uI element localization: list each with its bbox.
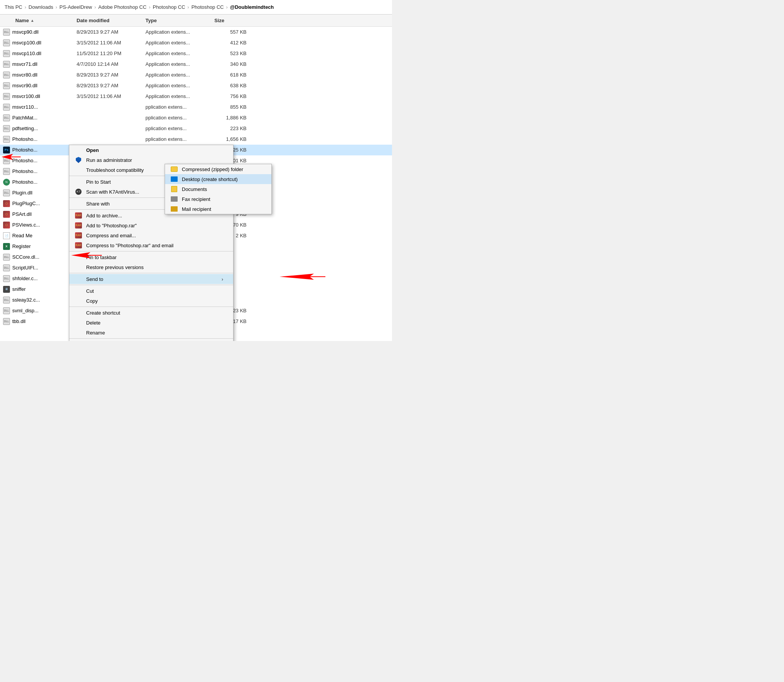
file-size-cell: 1,886 KB	[214, 115, 253, 121]
sendto-item-compressed-folder[interactable]: Compressed (zipped) folder	[165, 164, 271, 174]
file-name-cell: DLL PatchMat...	[0, 114, 77, 121]
file-size-cell: 618 KB	[214, 72, 253, 78]
ctx-item-label: Run as administrator	[86, 157, 132, 163]
file-name-label: Photosho...	[12, 136, 38, 142]
file-size-cell: 557 KB	[214, 29, 253, 35]
context-menu-item-restore-prev[interactable]: Restore previous versions	[69, 262, 233, 272]
file-name-cell: DLL ScriptUIFl...	[0, 264, 77, 271]
dll-icon: DLL	[3, 157, 10, 164]
winrar-ctx-icon: RAR	[75, 222, 82, 229]
file-type-cell: Application extens...	[145, 72, 214, 78]
file-type-cell: pplication extens...	[145, 136, 214, 142]
file-row[interactable]: DLL pdfsetting... pplication extens... 2…	[0, 123, 392, 134]
file-name-cell: DLL msvcr100.dll	[0, 93, 77, 100]
file-name-cell: DLL shfolder.c...	[0, 275, 77, 282]
col-header-date[interactable]: Date modified	[77, 18, 145, 23]
file-name-label: SCCore.dl...	[12, 254, 39, 260]
file-name-cell: DLL Plugin.dll	[0, 189, 77, 196]
file-name-cell: DLL pdfsetting...	[0, 125, 77, 132]
breadcrumb-ps-cc[interactable]: Photoshop CC	[153, 4, 185, 10]
sendto-item-mail-recipient[interactable]: Mail recipient	[165, 204, 271, 214]
col-header-name[interactable]: Name ▲	[0, 18, 77, 23]
context-menu-item-delete[interactable]: Delete	[69, 318, 233, 328]
ctx-item-label: Create shortcut	[86, 310, 120, 316]
breadcrumb-handle[interactable]: @Doublemindtech	[230, 4, 274, 10]
dll-icon: DLL	[3, 264, 10, 271]
file-name-cell: X Register	[0, 243, 77, 250]
documents-icon	[170, 185, 178, 193]
file-row[interactable]: DLL msvcp100.dll 3/15/2012 11:06 AM Appl…	[0, 38, 392, 48]
submenu-arrow-icon: ›	[222, 276, 225, 282]
col-header-type[interactable]: Type	[145, 18, 214, 23]
file-list-container: Name ▲ Date modified Type Size DLL msvcp…	[0, 15, 392, 341]
ctx-item-label: Rename	[86, 330, 105, 336]
context-menu-item-pin-taskbar[interactable]: Pin to taskbar	[69, 252, 233, 262]
file-row[interactable]: DLL PatchMat... pplication extens... 1,8…	[0, 113, 392, 123]
breadcrumb-downloads[interactable]: Downloads	[29, 4, 53, 10]
dll-icon: DLL	[3, 39, 10, 46]
file-size-cell: 756 KB	[214, 93, 253, 99]
breadcrumb-sep-3: ›	[95, 4, 96, 10]
breadcrumb-sep-2: ›	[56, 4, 57, 10]
file-name-cell: 🖥 sniffer	[0, 286, 77, 293]
breadcrumb-ps-cc2[interactable]: Photoshop CC	[191, 4, 224, 10]
file-name-label: Photosho...	[12, 168, 38, 174]
file-name-label: msvcp100.dll	[12, 40, 41, 46]
sendto-item-label: Documents	[182, 186, 207, 192]
dll-icon: DLL	[3, 136, 10, 143]
file-explorer-window: This PC › Downloads › PS-AdeelDrew › Ado…	[0, 0, 392, 341]
dll-icon: DLL	[3, 104, 10, 111]
context-menu-item-cut[interactable]: Cut	[69, 286, 233, 296]
ctx-item-label: Pin to Start	[86, 179, 111, 185]
context-menu-item-open[interactable]: Open	[69, 145, 233, 155]
context-menu-item-copy[interactable]: Copy	[69, 296, 233, 306]
file-size-cell: 523 KB	[214, 51, 253, 56]
col-header-size[interactable]: Size	[214, 18, 253, 23]
file-row[interactable]: DLL msvcr100.dll 3/15/2012 11:06 AM Appl…	[0, 91, 392, 102]
file-row[interactable]: DLL msvcr110... pplication extens... 855…	[0, 102, 392, 113]
file-name-cell: DLL SCCore.dl...	[0, 254, 77, 261]
file-name-cell: ⬡ PlugPlugC...	[0, 200, 77, 207]
file-name-cell: ⬡ PSArt.dll	[0, 211, 77, 218]
file-type-cell: pplication extens...	[145, 115, 214, 121]
winrar-icon: ⬡	[3, 222, 10, 228]
dll-icon: DLL	[3, 114, 10, 121]
file-date-cell: 4/7/2010 12:14 AM	[77, 61, 145, 67]
file-name-label: msvcp110.dll	[12, 51, 41, 56]
context-menu-item-add-rar[interactable]: RARAdd to "Photoshop.rar"	[69, 220, 233, 230]
file-row[interactable]: DLL Photosho... pplication extens... 1,6…	[0, 134, 392, 145]
context-menu-item-rename[interactable]: Rename	[69, 328, 233, 338]
sendto-item-fax-recipient[interactable]: Fax recipient	[165, 194, 271, 204]
file-name-label: msvcr80.dll	[12, 72, 38, 78]
context-menu-item-properties[interactable]: Properties	[69, 339, 233, 341]
file-type-cell: Application extens...	[145, 83, 214, 88]
sendto-item-desktop-shortcut[interactable]: Desktop (create shortcut)	[165, 174, 271, 184]
breadcrumb-adobe-ps[interactable]: Adobe Photoshop CC	[98, 4, 147, 10]
file-name-cell: DLL msvcr90.dll	[0, 82, 77, 89]
file-row[interactable]: DLL msvcr71.dll 4/7/2010 12:14 AM Applic…	[0, 59, 392, 70]
file-row[interactable]: DLL msvcr80.dll 8/29/2013 9:27 AM Applic…	[0, 70, 392, 80]
context-menu-item-compress-rar-email[interactable]: RARCompress to "Photoshop.rar" and email	[69, 240, 233, 250]
dll-icon: DLL	[3, 297, 10, 303]
file-name-label: msvcr71.dll	[12, 61, 38, 67]
file-type-cell: pplication extens...	[145, 104, 214, 110]
address-bar[interactable]: This PC › Downloads › PS-AdeelDrew › Ado…	[0, 0, 392, 15]
context-menu-item-compress-email[interactable]: RARCompress and email...	[69, 230, 233, 240]
desktop-shortcut-icon	[170, 175, 178, 183]
file-row[interactable]: DLL msvcp110.dll 11/5/2012 11:20 PM Appl…	[0, 48, 392, 59]
file-row[interactable]: DLL msvcp90.dll 8/29/2013 9:27 AM Applic…	[0, 27, 392, 38]
context-menu-item-send-to[interactable]: Send to›	[69, 274, 233, 284]
context-menu-item-create-shortcut[interactable]: Create shortcut	[69, 308, 233, 318]
file-name-label: msvcp90.dll	[12, 29, 39, 35]
breadcrumb-sep-4: ›	[149, 4, 150, 10]
sendto-submenu[interactable]: Compressed (zipped) folderDesktop (creat…	[165, 164, 272, 214]
breadcrumb-this-pc[interactable]: This PC	[5, 4, 22, 10]
file-name-cell: DLL msvcr110...	[0, 104, 77, 111]
breadcrumb-ps-adeel[interactable]: PS-AdeelDrew	[59, 4, 92, 10]
sendto-item-documents[interactable]: Documents	[165, 184, 271, 194]
file-name-label: msvcr100.dll	[12, 93, 40, 99]
column-headers: Name ▲ Date modified Type Size	[0, 15, 392, 27]
file-row[interactable]: DLL msvcr90.dll 8/29/2013 9:27 AM Applic…	[0, 80, 392, 91]
ctx-item-label: Add to "Photoshop.rar"	[86, 223, 137, 228]
file-name-label: PlugPlugC...	[12, 201, 40, 206]
